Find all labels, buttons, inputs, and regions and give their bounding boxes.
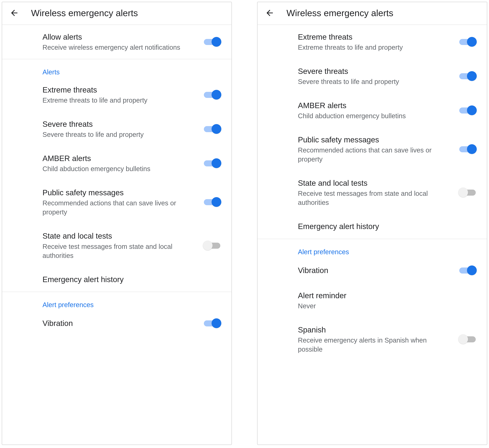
appbar: Wireless emergency alerts [2, 2, 231, 25]
public-safety-sub: Recommended actions that can save lives … [298, 146, 452, 164]
public-safety-toggle[interactable] [458, 143, 477, 155]
severe-threats-title: Severe threats [298, 66, 452, 76]
severe-threats-title: Severe threats [42, 119, 196, 129]
extreme-threats-row[interactable]: Extreme threats Extreme threats to life … [2, 78, 231, 112]
public-safety-toggle[interactable] [203, 196, 221, 208]
content: Extreme threats Extreme threats to life … [258, 25, 487, 444]
vibration-toggle[interactable] [458, 264, 477, 276]
vibration-toggle[interactable] [203, 317, 221, 329]
severe-threats-toggle[interactable] [203, 123, 221, 135]
arrow-back-icon [9, 8, 19, 18]
state-local-title: State and local tests [298, 178, 452, 188]
vibration-row[interactable]: Vibration [2, 310, 231, 336]
allow-alerts-sub: Receive wireless emergency alert notific… [42, 43, 196, 52]
allow-alerts-toggle[interactable] [203, 36, 221, 48]
vibration-title: Vibration [298, 265, 452, 276]
allow-alerts-row[interactable]: Allow alerts Receive wireless emergency … [2, 25, 231, 59]
phone-right: Wireless emergency alerts Extreme threat… [257, 2, 487, 445]
extreme-threats-title: Extreme threats [42, 85, 196, 95]
arrow-back-icon [265, 8, 274, 18]
extreme-threats-sub: Extreme threats to life and property [298, 43, 452, 52]
severe-threats-sub: Severe threats to life and property [42, 130, 196, 139]
severe-threats-toggle[interactable] [458, 70, 477, 82]
amber-alerts-toggle[interactable] [203, 157, 221, 169]
content: Allow alerts Receive wireless emergency … [2, 25, 231, 444]
emergency-history-row[interactable]: Emergency alert history [2, 267, 231, 292]
state-local-sub: Receive test messages from state and loc… [42, 242, 196, 260]
amber-alerts-title: AMBER alerts [42, 153, 196, 163]
severe-threats-row[interactable]: Severe threats Severe threats to life an… [258, 59, 487, 93]
emergency-history-title: Emergency alert history [298, 221, 470, 232]
spanish-toggle[interactable] [458, 333, 477, 345]
public-safety-row[interactable]: Public safety messages Recommended actio… [258, 127, 487, 171]
extreme-threats-toggle[interactable] [458, 36, 477, 48]
emergency-history-row[interactable]: Emergency alert history [258, 214, 487, 239]
amber-alerts-sub: Child abduction emergency bulletins [298, 111, 452, 120]
emergency-history-title: Emergency alert history [42, 274, 215, 285]
amber-alerts-toggle[interactable] [458, 105, 477, 116]
page-title: Wireless emergency alerts [31, 8, 138, 18]
spanish-title: Spanish [298, 325, 452, 335]
phone-left: Wireless emergency alerts Allow alerts R… [2, 2, 232, 445]
severe-threats-row[interactable]: Severe threats Severe threats to life an… [2, 112, 231, 146]
extreme-threats-toggle[interactable] [203, 89, 221, 101]
alert-preferences-header: Alert preferences [258, 239, 487, 257]
state-local-toggle[interactable] [203, 240, 221, 251]
extreme-threats-title: Extreme threats [298, 32, 452, 42]
amber-alerts-row[interactable]: AMBER alerts Child abduction emergency b… [2, 146, 231, 180]
amber-alerts-title: AMBER alerts [298, 100, 452, 111]
public-safety-sub: Recommended actions that can save lives … [42, 198, 196, 217]
alert-reminder-title: Alert reminder [298, 290, 470, 301]
state-local-row[interactable]: State and local tests Receive test messa… [2, 224, 231, 267]
severe-threats-sub: Severe threats to life and property [298, 77, 452, 86]
spanish-row[interactable]: Spanish Receive emergency alerts in Span… [258, 318, 487, 361]
amber-alerts-sub: Child abduction emergency bulletins [42, 164, 196, 173]
alert-reminder-row[interactable]: Alert reminder Never [258, 283, 487, 318]
appbar: Wireless emergency alerts [258, 2, 487, 25]
state-local-toggle[interactable] [458, 187, 477, 198]
state-local-title: State and local tests [42, 231, 196, 241]
back-button[interactable] [8, 6, 21, 20]
extreme-threats-sub: Extreme threats to life and property [42, 96, 196, 105]
allow-alerts-title: Allow alerts [42, 32, 196, 42]
vibration-row[interactable]: Vibration [258, 257, 487, 283]
state-local-sub: Receive test messages from state and loc… [298, 189, 452, 207]
page-title: Wireless emergency alerts [286, 8, 393, 18]
spanish-sub: Receive emergency alerts in Spanish when… [298, 336, 452, 354]
back-button[interactable] [263, 6, 277, 20]
alert-preferences-header: Alert preferences [2, 292, 231, 310]
alert-reminder-sub: Never [298, 301, 470, 310]
public-safety-title: Public safety messages [298, 135, 452, 145]
vibration-title: Vibration [42, 318, 196, 328]
extreme-threats-row[interactable]: Extreme threats Extreme threats to life … [258, 25, 487, 59]
public-safety-title: Public safety messages [42, 187, 196, 198]
amber-alerts-row[interactable]: AMBER alerts Child abduction emergency b… [258, 93, 487, 127]
alerts-section-header: Alerts [2, 59, 231, 78]
public-safety-row[interactable]: Public safety messages Recommended actio… [2, 180, 231, 224]
state-local-row[interactable]: State and local tests Receive test messa… [258, 171, 487, 214]
